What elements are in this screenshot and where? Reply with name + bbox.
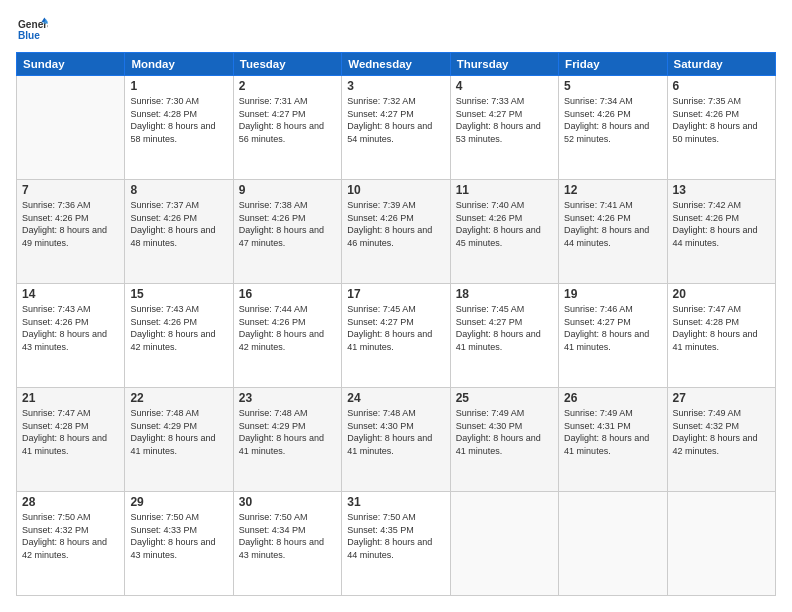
day-number: 15 — [130, 287, 227, 301]
calendar-cell: 20Sunrise: 7:47 AMSunset: 4:28 PMDayligh… — [667, 284, 775, 388]
calendar-cell: 16Sunrise: 7:44 AMSunset: 4:26 PMDayligh… — [233, 284, 341, 388]
day-info: Sunrise: 7:32 AMSunset: 4:27 PMDaylight:… — [347, 95, 444, 145]
day-info: Sunrise: 7:47 AMSunset: 4:28 PMDaylight:… — [22, 407, 119, 457]
day-number: 2 — [239, 79, 336, 93]
page: General Blue SundayMondayTuesdayWednesda… — [0, 0, 792, 612]
calendar-cell: 14Sunrise: 7:43 AMSunset: 4:26 PMDayligh… — [17, 284, 125, 388]
calendar-cell: 8Sunrise: 7:37 AMSunset: 4:26 PMDaylight… — [125, 180, 233, 284]
day-number: 21 — [22, 391, 119, 405]
logo: General Blue — [16, 16, 48, 44]
calendar-cell: 24Sunrise: 7:48 AMSunset: 4:30 PMDayligh… — [342, 388, 450, 492]
day-info: Sunrise: 7:30 AMSunset: 4:28 PMDaylight:… — [130, 95, 227, 145]
calendar-cell: 21Sunrise: 7:47 AMSunset: 4:28 PMDayligh… — [17, 388, 125, 492]
day-number: 14 — [22, 287, 119, 301]
day-info: Sunrise: 7:41 AMSunset: 4:26 PMDaylight:… — [564, 199, 661, 249]
day-number: 13 — [673, 183, 770, 197]
calendar-cell: 9Sunrise: 7:38 AMSunset: 4:26 PMDaylight… — [233, 180, 341, 284]
day-info: Sunrise: 7:33 AMSunset: 4:27 PMDaylight:… — [456, 95, 553, 145]
calendar-cell: 15Sunrise: 7:43 AMSunset: 4:26 PMDayligh… — [125, 284, 233, 388]
day-number: 12 — [564, 183, 661, 197]
day-info: Sunrise: 7:48 AMSunset: 4:29 PMDaylight:… — [239, 407, 336, 457]
calendar-cell: 27Sunrise: 7:49 AMSunset: 4:32 PMDayligh… — [667, 388, 775, 492]
day-info: Sunrise: 7:40 AMSunset: 4:26 PMDaylight:… — [456, 199, 553, 249]
calendar-cell: 13Sunrise: 7:42 AMSunset: 4:26 PMDayligh… — [667, 180, 775, 284]
day-info: Sunrise: 7:45 AMSunset: 4:27 PMDaylight:… — [456, 303, 553, 353]
calendar-cell: 19Sunrise: 7:46 AMSunset: 4:27 PMDayligh… — [559, 284, 667, 388]
day-info: Sunrise: 7:50 AMSunset: 4:32 PMDaylight:… — [22, 511, 119, 561]
day-info: Sunrise: 7:49 AMSunset: 4:32 PMDaylight:… — [673, 407, 770, 457]
day-info: Sunrise: 7:50 AMSunset: 4:34 PMDaylight:… — [239, 511, 336, 561]
day-number: 17 — [347, 287, 444, 301]
calendar-table: SundayMondayTuesdayWednesdayThursdayFrid… — [16, 52, 776, 596]
calendar-header-saturday: Saturday — [667, 53, 775, 76]
calendar-cell — [450, 492, 558, 596]
day-number: 1 — [130, 79, 227, 93]
calendar-cell: 10Sunrise: 7:39 AMSunset: 4:26 PMDayligh… — [342, 180, 450, 284]
day-info: Sunrise: 7:46 AMSunset: 4:27 PMDaylight:… — [564, 303, 661, 353]
calendar-cell: 22Sunrise: 7:48 AMSunset: 4:29 PMDayligh… — [125, 388, 233, 492]
day-info: Sunrise: 7:37 AMSunset: 4:26 PMDaylight:… — [130, 199, 227, 249]
day-info: Sunrise: 7:48 AMSunset: 4:30 PMDaylight:… — [347, 407, 444, 457]
day-info: Sunrise: 7:34 AMSunset: 4:26 PMDaylight:… — [564, 95, 661, 145]
calendar-header-tuesday: Tuesday — [233, 53, 341, 76]
calendar-header-thursday: Thursday — [450, 53, 558, 76]
day-info: Sunrise: 7:44 AMSunset: 4:26 PMDaylight:… — [239, 303, 336, 353]
calendar-week-row: 28Sunrise: 7:50 AMSunset: 4:32 PMDayligh… — [17, 492, 776, 596]
calendar-cell: 18Sunrise: 7:45 AMSunset: 4:27 PMDayligh… — [450, 284, 558, 388]
day-number: 5 — [564, 79, 661, 93]
day-info: Sunrise: 7:45 AMSunset: 4:27 PMDaylight:… — [347, 303, 444, 353]
calendar-cell: 12Sunrise: 7:41 AMSunset: 4:26 PMDayligh… — [559, 180, 667, 284]
calendar-cell — [559, 492, 667, 596]
day-number: 28 — [22, 495, 119, 509]
day-number: 3 — [347, 79, 444, 93]
calendar-cell: 25Sunrise: 7:49 AMSunset: 4:30 PMDayligh… — [450, 388, 558, 492]
day-number: 22 — [130, 391, 227, 405]
day-number: 9 — [239, 183, 336, 197]
calendar-cell: 11Sunrise: 7:40 AMSunset: 4:26 PMDayligh… — [450, 180, 558, 284]
calendar-cell — [667, 492, 775, 596]
day-number: 11 — [456, 183, 553, 197]
calendar-cell: 23Sunrise: 7:48 AMSunset: 4:29 PMDayligh… — [233, 388, 341, 492]
header: General Blue — [16, 16, 776, 44]
day-info: Sunrise: 7:43 AMSunset: 4:26 PMDaylight:… — [22, 303, 119, 353]
day-info: Sunrise: 7:39 AMSunset: 4:26 PMDaylight:… — [347, 199, 444, 249]
svg-text:Blue: Blue — [18, 30, 40, 41]
day-info: Sunrise: 7:50 AMSunset: 4:33 PMDaylight:… — [130, 511, 227, 561]
day-info: Sunrise: 7:31 AMSunset: 4:27 PMDaylight:… — [239, 95, 336, 145]
calendar-cell: 26Sunrise: 7:49 AMSunset: 4:31 PMDayligh… — [559, 388, 667, 492]
day-number: 6 — [673, 79, 770, 93]
day-number: 25 — [456, 391, 553, 405]
calendar-cell: 3Sunrise: 7:32 AMSunset: 4:27 PMDaylight… — [342, 76, 450, 180]
calendar-week-row: 21Sunrise: 7:47 AMSunset: 4:28 PMDayligh… — [17, 388, 776, 492]
day-info: Sunrise: 7:35 AMSunset: 4:26 PMDaylight:… — [673, 95, 770, 145]
logo-icon: General Blue — [16, 16, 48, 44]
calendar-header-sunday: Sunday — [17, 53, 125, 76]
calendar-week-row: 7Sunrise: 7:36 AMSunset: 4:26 PMDaylight… — [17, 180, 776, 284]
calendar-cell: 2Sunrise: 7:31 AMSunset: 4:27 PMDaylight… — [233, 76, 341, 180]
day-number: 29 — [130, 495, 227, 509]
day-number: 18 — [456, 287, 553, 301]
day-info: Sunrise: 7:42 AMSunset: 4:26 PMDaylight:… — [673, 199, 770, 249]
day-number: 23 — [239, 391, 336, 405]
day-info: Sunrise: 7:49 AMSunset: 4:30 PMDaylight:… — [456, 407, 553, 457]
calendar-cell: 30Sunrise: 7:50 AMSunset: 4:34 PMDayligh… — [233, 492, 341, 596]
day-number: 7 — [22, 183, 119, 197]
calendar-header-row: SundayMondayTuesdayWednesdayThursdayFrid… — [17, 53, 776, 76]
day-number: 20 — [673, 287, 770, 301]
calendar-cell: 7Sunrise: 7:36 AMSunset: 4:26 PMDaylight… — [17, 180, 125, 284]
day-number: 19 — [564, 287, 661, 301]
calendar-week-row: 14Sunrise: 7:43 AMSunset: 4:26 PMDayligh… — [17, 284, 776, 388]
calendar-header-wednesday: Wednesday — [342, 53, 450, 76]
day-number: 10 — [347, 183, 444, 197]
calendar-header-monday: Monday — [125, 53, 233, 76]
day-number: 8 — [130, 183, 227, 197]
day-info: Sunrise: 7:43 AMSunset: 4:26 PMDaylight:… — [130, 303, 227, 353]
day-info: Sunrise: 7:47 AMSunset: 4:28 PMDaylight:… — [673, 303, 770, 353]
calendar-cell: 17Sunrise: 7:45 AMSunset: 4:27 PMDayligh… — [342, 284, 450, 388]
calendar-cell: 29Sunrise: 7:50 AMSunset: 4:33 PMDayligh… — [125, 492, 233, 596]
calendar-header-friday: Friday — [559, 53, 667, 76]
day-info: Sunrise: 7:38 AMSunset: 4:26 PMDaylight:… — [239, 199, 336, 249]
calendar-cell: 1Sunrise: 7:30 AMSunset: 4:28 PMDaylight… — [125, 76, 233, 180]
calendar-cell: 31Sunrise: 7:50 AMSunset: 4:35 PMDayligh… — [342, 492, 450, 596]
calendar-week-row: 1Sunrise: 7:30 AMSunset: 4:28 PMDaylight… — [17, 76, 776, 180]
